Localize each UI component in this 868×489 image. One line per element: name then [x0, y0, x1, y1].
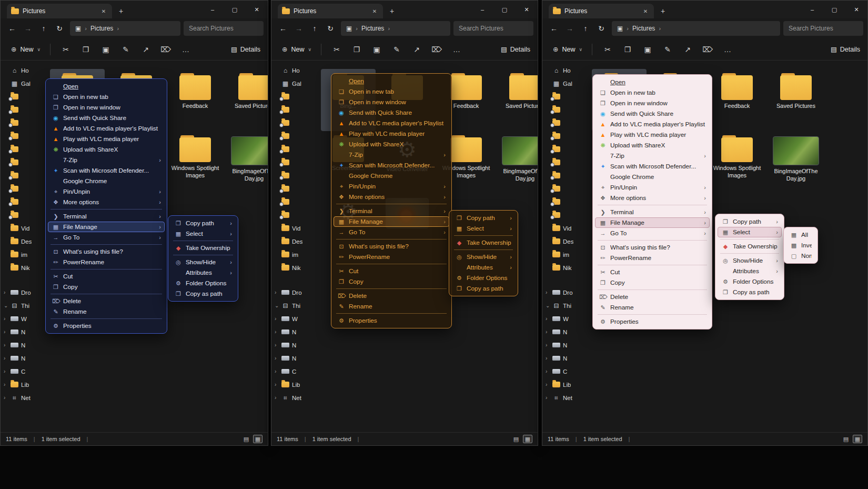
- menu-item-google-chrome[interactable]: Google Chrome: [48, 176, 165, 186]
- menu-item-scan-with-microsoft-defender[interactable]: ✦Scan with Microsoft Defender...: [334, 160, 449, 171]
- menu-item-copy[interactable]: ❐Copy: [334, 276, 449, 287]
- cut-button[interactable]: ✂: [328, 42, 346, 57]
- menu-item-terminal[interactable]: ❯Terminal›: [48, 211, 165, 222]
- sidebar-item[interactable]: ›N: [1, 352, 36, 365]
- sidebar-item[interactable]: ▦Gal: [271, 77, 307, 90]
- menu-item-add-to-vlc-media-player-s-playlist[interactable]: ▲Add to VLC media player's Playlist: [595, 119, 710, 129]
- details-view-button[interactable]: ▤Details: [501, 45, 530, 53]
- menu-item-powerrename[interactable]: ✏PowerRename: [334, 252, 449, 262]
- menu-item-all[interactable]: ▦All: [786, 229, 815, 240]
- share-button[interactable]: ↗: [408, 42, 426, 57]
- menu-item-go-to[interactable]: →Go To›: [334, 227, 449, 237]
- menu-item-take-ownership[interactable]: ◆Take Ownership: [718, 241, 782, 252]
- search-input[interactable]: [459, 25, 528, 32]
- tab-close-icon[interactable]: ✕: [370, 7, 379, 15]
- sidebar-item[interactable]: [542, 129, 578, 143]
- paste-button[interactable]: ▣: [368, 42, 386, 57]
- forward-button[interactable]: →: [562, 21, 577, 36]
- tab-close-icon[interactable]: ✕: [641, 7, 650, 15]
- sidebar-item[interactable]: Vid: [542, 222, 578, 235]
- up-button[interactable]: ↑: [307, 21, 322, 36]
- address-bar[interactable]: ▣›Pictures›: [70, 21, 180, 36]
- maximize-button[interactable]: ▢: [493, 1, 516, 18]
- file-tile[interactable]: Saved Pictures: [227, 69, 268, 131]
- menu-item-copy[interactable]: ❐Copy: [595, 277, 710, 288]
- details-view-button[interactable]: ▤Details: [831, 45, 860, 53]
- menu-item-add-to-vlc-media-player-s-playlist[interactable]: ▲Add to VLC media player's Playlist: [48, 123, 165, 134]
- rename-button[interactable]: ✎: [388, 42, 406, 57]
- menu-item-copy-as-path[interactable]: ❐Copy as path: [718, 287, 782, 297]
- menu-item-send-with-quick-share[interactable]: ◉Send with Quick Share: [334, 107, 449, 118]
- details-view-icon[interactable]: ▦: [253, 435, 263, 443]
- search-input[interactable]: [189, 25, 258, 32]
- file-tile[interactable]: Saved Pictures: [769, 69, 823, 131]
- menu-item-none[interactable]: ▢None: [786, 251, 815, 261]
- copy-button[interactable]: ❐: [348, 42, 366, 57]
- menu-item-folder-options[interactable]: ⚙Folder Options: [718, 276, 782, 287]
- sidebar-item[interactable]: [1, 90, 36, 103]
- paste-button[interactable]: ▣: [97, 42, 115, 57]
- sidebar-item[interactable]: [542, 103, 578, 116]
- sidebar-item[interactable]: ›N: [271, 352, 307, 365]
- menu-item-cut[interactable]: ✂Cut: [334, 266, 449, 276]
- menu-item-open-in-new-window[interactable]: ❐Open in new window: [595, 98, 710, 108]
- sidebar-item[interactable]: [271, 129, 307, 143]
- breadcrumb-pictures[interactable]: Pictures: [361, 25, 384, 32]
- menu-item-more-options[interactable]: ❖More options›: [334, 192, 449, 202]
- delete-button[interactable]: ⌦: [428, 42, 446, 57]
- sidebar-item[interactable]: [542, 143, 578, 156]
- menu-item-scan-with-microsoft-defender[interactable]: ✦Scan with Microsoft Defender...: [595, 161, 710, 172]
- close-button[interactable]: ✕: [845, 1, 867, 18]
- menu-item-file-manage[interactable]: ▦File Manage›: [595, 217, 710, 228]
- search-box[interactable]: [184, 21, 264, 36]
- sidebar-item[interactable]: ›Lib: [1, 378, 36, 391]
- sidebar-item[interactable]: ›⌗Net: [271, 391, 307, 404]
- sidebar-item[interactable]: ▦Gal: [542, 77, 578, 90]
- menu-item-terminal[interactable]: ❯Terminal›: [334, 206, 449, 216]
- new-tab-button[interactable]: +: [114, 5, 128, 17]
- file-tile[interactable]: BingImageOfThe Day.jpg: [227, 131, 268, 193]
- address-bar[interactable]: ▣›Pictures›: [612, 21, 780, 36]
- sidebar-item[interactable]: [542, 90, 578, 103]
- list-view-icon[interactable]: ▤: [241, 435, 251, 443]
- sidebar-item[interactable]: im: [1, 248, 36, 261]
- menu-item-folder-options[interactable]: ⚙Folder Options: [170, 278, 236, 288]
- minimize-button[interactable]: –: [801, 1, 823, 18]
- menu-item-folder-options[interactable]: ⚙Folder Options: [451, 273, 516, 283]
- menu-item-show-hide[interactable]: ◎Show/Hide›: [718, 255, 782, 266]
- menu-item-copy-path[interactable]: ❐Copy path›: [170, 218, 236, 228]
- maximize-button[interactable]: ▢: [224, 1, 246, 18]
- menu-item-rename[interactable]: ✎Rename: [334, 301, 449, 312]
- menu-item-7-zip[interactable]: 7-Zip›: [334, 149, 449, 160]
- sidebar-item[interactable]: ›⌗Net: [1, 391, 36, 404]
- menu-item-properties[interactable]: ⚙Properties: [334, 315, 449, 326]
- menu-item-copy[interactable]: ❐Copy: [48, 282, 165, 292]
- more-options-button[interactable]: …: [177, 42, 195, 57]
- sidebar-item[interactable]: ⌂Ho: [271, 64, 307, 77]
- rename-button[interactable]: ✎: [659, 42, 677, 57]
- menu-item-open[interactable]: Open: [48, 81, 165, 92]
- menu-item-cut[interactable]: ✂Cut: [595, 267, 710, 277]
- new-button[interactable]: ⊕New∨: [279, 42, 315, 57]
- forward-button[interactable]: →: [21, 21, 35, 36]
- menu-item-delete[interactable]: ⌦Delete: [595, 292, 710, 302]
- menu-item-attributes[interactable]: Attributes›: [170, 267, 236, 278]
- menu-item-show-hide[interactable]: ◎Show/Hide›: [170, 257, 236, 267]
- maximize-button[interactable]: ▢: [823, 1, 845, 18]
- back-button[interactable]: ←: [547, 21, 561, 36]
- details-view-icon[interactable]: ▦: [853, 435, 862, 443]
- menu-item-open-in-new-tab[interactable]: ❏Open in new tab: [48, 92, 165, 102]
- paste-button[interactable]: ▣: [639, 42, 657, 57]
- menu-item-7-zip[interactable]: 7-Zip›: [48, 155, 165, 165]
- sidebar-item[interactable]: [1, 208, 36, 222]
- sidebar-item[interactable]: [271, 195, 307, 208]
- menu-item-open-in-new-window[interactable]: ❐Open in new window: [334, 97, 449, 107]
- menu-item-copy-as-path[interactable]: ❐Copy as path: [170, 288, 236, 299]
- menu-item-select[interactable]: ▦Select›: [451, 223, 516, 234]
- menu-item-copy-as-path[interactable]: ❐Copy as path: [451, 283, 516, 294]
- new-button[interactable]: ⊕New∨: [8, 42, 44, 57]
- sidebar-item[interactable]: ›N: [1, 338, 36, 352]
- sidebar-item[interactable]: ›N: [271, 325, 307, 338]
- sidebar-item[interactable]: [1, 129, 36, 143]
- menu-item-open[interactable]: Open: [595, 77, 710, 87]
